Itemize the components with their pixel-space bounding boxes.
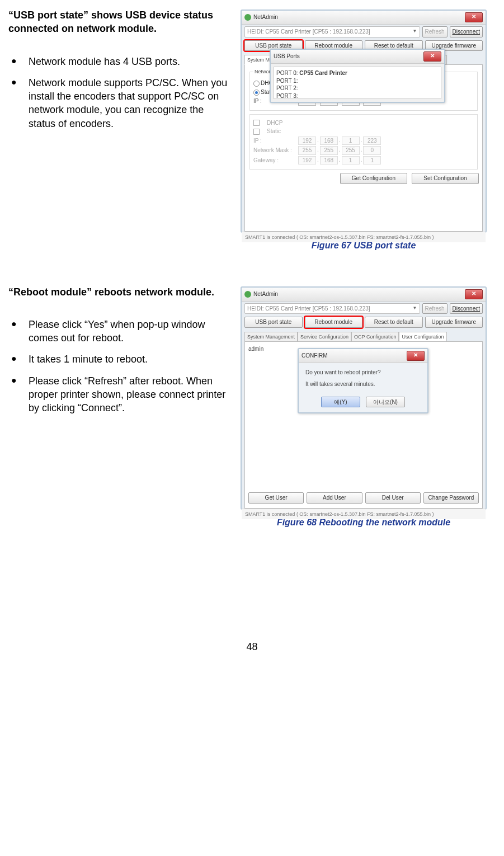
section-usb-port-state: “USB port state” shows USB device status… xyxy=(8,8,496,252)
bullet-item: Network module has 4 USB ports. xyxy=(8,55,229,68)
dhcp-check[interactable] xyxy=(253,120,260,126)
refresh-button[interactable]: Refresh xyxy=(422,26,448,37)
close-icon[interactable]: ✕ xyxy=(465,12,483,22)
device-select[interactable]: HEIDI: CP55 Card Printer [CP55 : 192.168… xyxy=(244,26,420,37)
status-bar: SMART1 is connected ( OS: smartnet2-os-1… xyxy=(242,232,486,242)
window-title: NetAdmin xyxy=(253,13,278,21)
usb-port-state-button[interactable]: USB port state xyxy=(244,317,303,328)
static-check[interactable] xyxy=(253,129,260,135)
disconnect-button[interactable]: Disconnect xyxy=(450,303,483,314)
port1-label: PORT 1: xyxy=(276,77,439,85)
port0-value: CP55 Card Printer xyxy=(299,70,347,76)
confirm-line2: It will takes several minutes. xyxy=(305,380,421,388)
confirm-title: CONFIRM xyxy=(302,352,328,360)
close-icon[interactable]: ✕ xyxy=(407,351,425,361)
screenshot-netadmin-reboot: NetAdmin ✕ HEIDI: CP55 Card Printer [CP5… xyxy=(241,286,487,510)
disconnect-button[interactable]: Disconnect xyxy=(450,26,483,37)
no-button[interactable]: 아니오(N) xyxy=(366,397,405,408)
tab-system-management[interactable]: System Management xyxy=(244,332,298,342)
screenshot-netadmin-usb: NetAdmin ✕ HEIDI: CP55 Card Printer [CP5… xyxy=(241,10,487,233)
network-group-2: DHCP Static IP : 192.168.1.223 Network M… xyxy=(249,114,478,170)
status-bar: SMART1 is connected ( OS: smartnet2-os-1… xyxy=(242,509,486,519)
usb-ports-window: USB Ports ✕ PORT 0: CP55 Card Printer PO… xyxy=(270,49,445,103)
confirm-line1: Do you want to reboot printer? xyxy=(305,369,421,377)
bullets-reboot: Please click “Yes” when pop-up window co… xyxy=(8,318,229,415)
reboot-module-button[interactable]: Reboot module xyxy=(305,317,363,328)
confirm-dialog: CONFIRM ✕ Do you want to reboot printer?… xyxy=(298,348,428,414)
bullet-item: Please click “Yes” when pop-up window co… xyxy=(8,318,229,345)
port2-label: PORT 2: xyxy=(276,84,439,92)
app-icon xyxy=(244,14,251,21)
window-title: NetAdmin xyxy=(253,290,278,298)
heading-usb: “USB port state” shows USB device status… xyxy=(8,8,229,36)
upgrade-firmware-button[interactable]: Upgrade firmware xyxy=(425,317,483,328)
bullet-item: Please click “Refresh” after reboot. Whe… xyxy=(8,374,229,415)
refresh-button[interactable]: Refresh xyxy=(422,303,448,314)
usb-window-title: USB Ports xyxy=(274,53,300,60)
dhcp-radio[interactable] xyxy=(253,81,260,87)
section-reboot-module: “Reboot module” reboots network module. … xyxy=(8,285,496,529)
tab-service-config[interactable]: Service Configuration xyxy=(298,332,351,342)
device-select[interactable]: HEIDI: CP55 Card Printer [CP55 : 192.168… xyxy=(244,303,420,314)
del-user-button[interactable]: Del User xyxy=(365,492,421,504)
page-number: 48 xyxy=(8,640,496,653)
port0-label: PORT 0: xyxy=(276,70,298,76)
change-password-button[interactable]: Change Password xyxy=(423,492,479,504)
close-icon[interactable]: ✕ xyxy=(465,289,483,299)
heading-reboot: “Reboot module” reboots network module. xyxy=(8,285,229,299)
bullet-item: Network module supports PC/SC. When you … xyxy=(8,76,229,130)
bullets-usb: Network module has 4 USB ports. Network … xyxy=(8,55,229,130)
bullet-item: It takes 1 minute to reboot. xyxy=(8,352,229,366)
get-user-button[interactable]: Get User xyxy=(248,492,304,504)
tab-user-config[interactable]: User Configuration xyxy=(399,332,446,342)
port3-label: PORT 3: xyxy=(276,92,439,100)
reset-default-button[interactable]: Reset to default xyxy=(365,317,423,328)
add-user-button[interactable]: Add User xyxy=(307,492,362,504)
yes-button[interactable]: 예(Y) xyxy=(321,397,360,408)
set-config-button[interactable]: Set Configuration xyxy=(412,173,479,184)
get-config-button[interactable]: Get Configuration xyxy=(340,173,407,184)
app-icon xyxy=(244,291,251,298)
close-icon[interactable]: ✕ xyxy=(423,51,441,62)
tab-ocp-config[interactable]: OCP Configuration xyxy=(351,332,399,342)
static-radio[interactable] xyxy=(253,90,260,96)
